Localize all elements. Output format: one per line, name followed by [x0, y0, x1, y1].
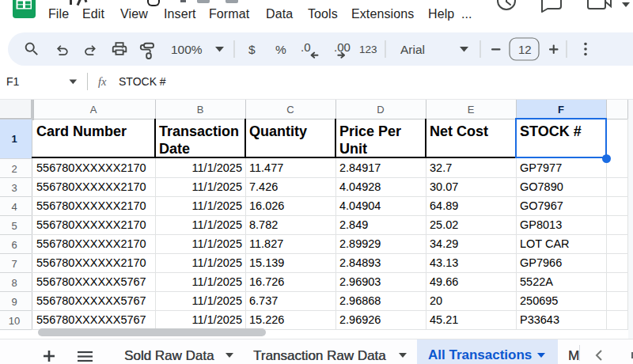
svg-text:.00: .00: [334, 40, 351, 53]
svg-text:$: $: [248, 42, 256, 55]
svg-text:123: 123: [359, 43, 377, 55]
svg-text:100%: 100%: [171, 42, 203, 55]
svg-text:%: %: [275, 42, 286, 55]
svg-text:12: 12: [518, 42, 532, 55]
svg-text:.0: .0: [301, 40, 311, 53]
svg-text:Arial: Arial: [400, 42, 425, 55]
